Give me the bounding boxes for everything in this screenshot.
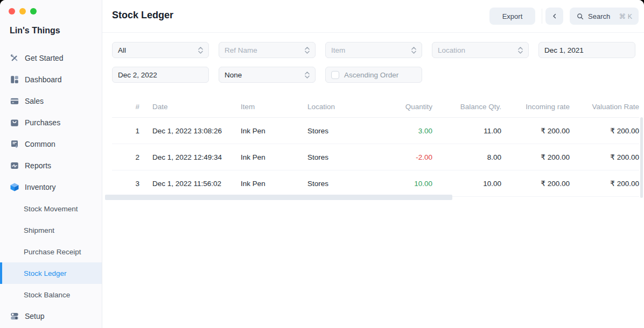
chevron-left-icon: [551, 12, 558, 20]
sidebar-item-label: Dashboard: [25, 75, 62, 84]
column-header-location: Location: [307, 103, 382, 111]
sidebar-item-label: Setup: [25, 312, 45, 320]
column-header-incoming-rate: Incoming rate: [501, 103, 570, 111]
search-button[interactable]: Search ⌘ K: [570, 8, 639, 25]
company-name: Lin's Things: [10, 26, 60, 35]
cell-valuation-rate: ₹ 200.00: [570, 153, 639, 161]
ascending-order-toggle[interactable]: Ascending Order: [325, 67, 422, 83]
sidebar-item-stock-ledger[interactable]: Stock Ledger: [0, 262, 102, 284]
item-placeholder: Item: [331, 46, 345, 54]
sidebar-item-label: Sales: [25, 97, 44, 105]
sidebar-item-inventory[interactable]: Inventory: [0, 176, 102, 198]
cell-location: Stores: [307, 153, 382, 161]
cell-quantity: -2.00: [382, 153, 432, 161]
filters-row-2: Dec 2, 2022 None Ascending Order: [112, 67, 422, 83]
table-row[interactable]: 3 Dec 1, 2022 11:56:02 Ink Pen Stores 10…: [112, 170, 639, 197]
minimize-window-button[interactable]: [19, 8, 26, 15]
sidebar-subitem-label: Shipment: [24, 226, 54, 234]
ascending-order-label: Ascending Order: [344, 71, 398, 79]
to-date-input[interactable]: Dec 2, 2022: [112, 67, 209, 83]
zoom-window-button[interactable]: [30, 8, 37, 15]
cell-date: Dec 1, 2022 12:49:34: [139, 153, 241, 161]
sidebar-item-shipment[interactable]: Shipment: [0, 219, 102, 241]
cell-index: 3: [112, 180, 139, 188]
cell-date: Dec 1, 2022 13:08:26: [139, 127, 241, 135]
table-header-row: # Date Item Location Quantity Balance Qt…: [112, 96, 639, 118]
report-type-value: All: [118, 46, 126, 54]
sidebar-item-sales[interactable]: Sales: [0, 90, 102, 112]
main-content: Stock Ledger Export Search ⌘ K: [102, 0, 644, 328]
cell-valuation-rate: ₹ 200.00: [570, 179, 639, 188]
sidebar-item-label: Inventory: [25, 183, 56, 191]
select-caret-icon: [305, 46, 310, 54]
sidebar-item-label: Common: [25, 140, 55, 148]
sidebar-item-stock-movement[interactable]: Stock Movement: [0, 198, 102, 219]
sidebar-item-common[interactable]: Common: [0, 133, 102, 155]
cell-location: Stores: [307, 127, 382, 135]
tools-icon: [10, 53, 19, 63]
sidebar-nav: Get Started Dashboard Sales Purchases: [0, 47, 102, 327]
from-date-value: Dec 1, 2021: [544, 46, 584, 54]
sidebar-item-get-started[interactable]: Get Started: [0, 47, 102, 69]
column-header-quantity: Quantity: [382, 103, 432, 111]
column-header-date: Date: [139, 103, 241, 111]
cell-quantity: 10.00: [382, 180, 432, 188]
back-button[interactable]: [545, 8, 563, 25]
sidebar-item-reports[interactable]: Reports: [0, 155, 102, 176]
export-button-label: Export: [502, 12, 523, 20]
cell-item: Ink Pen: [241, 127, 307, 135]
item-select[interactable]: Item: [325, 42, 422, 58]
cell-quantity: 3.00: [382, 127, 432, 135]
close-window-button[interactable]: [9, 8, 15, 15]
location-placeholder: Location: [438, 46, 465, 54]
cell-index: 2: [112, 153, 139, 161]
group-by-select[interactable]: None: [219, 67, 316, 83]
from-date-input[interactable]: Dec 1, 2021: [538, 42, 635, 58]
inventory-icon: [10, 182, 19, 192]
cell-balance-qty: 11.00: [432, 127, 501, 135]
sidebar-subitem-label: Purchase Receipt: [24, 248, 81, 256]
cell-index: 1: [112, 127, 139, 135]
table-row[interactable]: 2 Dec 1, 2022 12:49:34 Ink Pen Stores -2…: [112, 144, 639, 170]
cell-location: Stores: [307, 180, 382, 188]
sidebar-item-purchases[interactable]: Purchases: [0, 112, 102, 133]
page-header: Stock Ledger Export Search ⌘ K: [102, 0, 644, 33]
sidebar-item-dashboard[interactable]: Dashboard: [0, 69, 102, 90]
sales-icon: [10, 96, 19, 106]
sidebar-item-label: Get Started: [25, 54, 64, 62]
setup-icon: [10, 311, 19, 321]
ref-name-placeholder: Ref Name: [225, 46, 257, 54]
vertical-scrollbar[interactable]: [640, 117, 643, 198]
sidebar-item-stock-balance[interactable]: Stock Balance: [0, 284, 102, 305]
location-select[interactable]: Location: [432, 42, 529, 58]
stock-ledger-table: # Date Item Location Quantity Balance Qt…: [112, 96, 639, 197]
cell-balance-qty: 10.00: [432, 180, 501, 188]
reports-icon: [10, 161, 19, 170]
window-controls: [9, 8, 37, 15]
sidebar-item-purchase-receipt[interactable]: Purchase Receipt: [0, 241, 102, 262]
search-shortcut: ⌘ K: [619, 12, 632, 20]
group-by-value: None: [225, 71, 242, 79]
cell-incoming-rate: ₹ 200.00: [501, 126, 570, 135]
cell-date: Dec 1, 2022 11:56:02: [139, 180, 241, 188]
filters-row-1: All Ref Name Item Location: [112, 42, 635, 58]
search-button-label: Search: [588, 12, 610, 20]
purchases-icon: [10, 118, 19, 127]
sidebar-item-setup[interactable]: Setup: [0, 305, 102, 327]
cell-valuation-rate: ₹ 200.00: [570, 126, 639, 135]
common-icon: [10, 139, 19, 149]
column-header-valuation-rate: Valuation Rate: [570, 103, 639, 111]
horizontal-scrollbar[interactable]: [105, 195, 452, 200]
search-icon: [576, 12, 584, 20]
column-header-balance-qty: Balance Qty.: [432, 103, 501, 111]
export-button[interactable]: Export: [489, 8, 535, 25]
report-type-select[interactable]: All: [112, 42, 209, 58]
ascending-order-checkbox[interactable]: [331, 71, 339, 79]
ref-name-select[interactable]: Ref Name: [219, 42, 316, 58]
sidebar-item-label: Reports: [25, 161, 51, 170]
select-caret-icon: [518, 46, 523, 54]
app-window: Lin's Things Get Started Dashboard Sales: [0, 0, 644, 328]
select-caret-icon: [198, 46, 203, 54]
table-row[interactable]: 1 Dec 1, 2022 13:08:26 Ink Pen Stores 3.…: [112, 118, 639, 144]
cell-item: Ink Pen: [241, 180, 307, 188]
